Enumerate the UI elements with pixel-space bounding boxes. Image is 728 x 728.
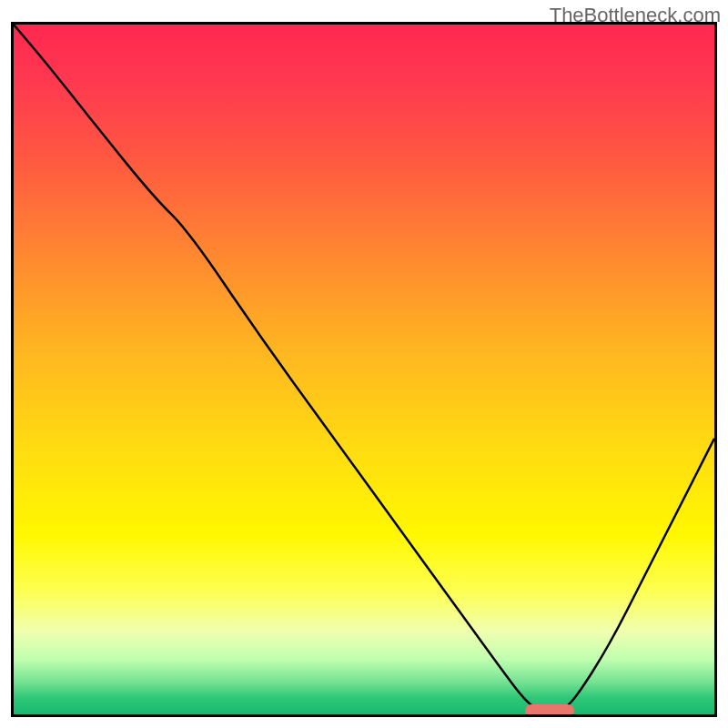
curve-svg — [14, 25, 714, 714]
plot-area — [11, 22, 717, 717]
bottleneck-curve-path — [14, 25, 714, 711]
watermark-text: TheBottleneck.com — [550, 4, 721, 27]
chart-container: TheBottleneck.com — [0, 0, 728, 728]
optimal-marker — [525, 704, 574, 717]
